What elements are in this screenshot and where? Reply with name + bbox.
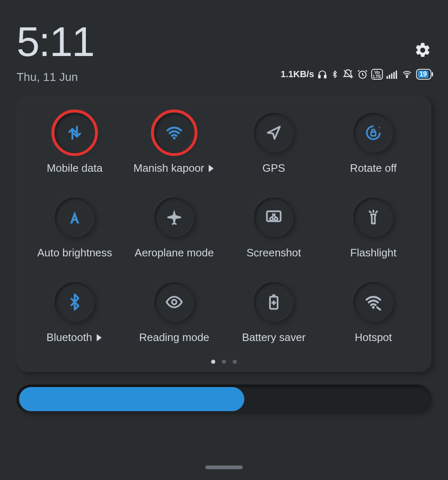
network-speed: 1.1KB/s xyxy=(281,69,314,80)
svg-rect-3 xyxy=(387,76,388,79)
qs-tile-auto-brightness[interactable]: Auto brightness xyxy=(25,197,124,259)
battery-plus-icon xyxy=(265,293,283,311)
chevron-icon xyxy=(209,165,214,172)
qs-tile-button-flashlight[interactable] xyxy=(353,197,393,237)
qs-tile-flashlight[interactable]: Flashlight xyxy=(324,197,423,259)
qs-tile-label-mobile-data: Mobile data xyxy=(47,162,102,175)
wifi-icon xyxy=(165,124,183,142)
qs-tile-reading-mode[interactable]: Reading mode xyxy=(124,282,224,344)
qs-tile-hotspot[interactable]: Hotspot xyxy=(324,282,423,344)
qs-tile-label-hotspot: Hotspot xyxy=(355,331,392,344)
svg-rect-0 xyxy=(319,75,320,78)
qs-tile-label-flashlight: Flashlight xyxy=(350,246,396,259)
qs-tile-label-battery-saver: Battery saver xyxy=(242,331,305,344)
page-dot[interactable] xyxy=(222,360,226,364)
svg-rect-6 xyxy=(394,72,395,79)
qs-tile-label-gps: GPS xyxy=(263,162,285,175)
qs-tile-label-screenshot: Screenshot xyxy=(246,246,301,259)
time-date-block: 5:11 Thu, 11 Jun xyxy=(17,21,94,84)
wifi-status-icon xyxy=(401,70,413,79)
battery-indicator: 19 xyxy=(416,69,431,80)
chevron-icon xyxy=(97,334,102,341)
svg-rect-7 xyxy=(396,71,397,79)
qs-header: 5:11 Thu, 11 Jun 1.1KB/s VoLTE 19 xyxy=(0,0,448,84)
bluetooth-icon xyxy=(66,293,84,311)
qs-tile-button-reading-mode[interactable] xyxy=(154,282,194,322)
qs-tile-gps[interactable]: GPS xyxy=(224,113,324,175)
qs-tile-label-wifi: Manish kapoor xyxy=(134,162,215,175)
qs-tile-button-bluetooth[interactable] xyxy=(55,282,95,322)
qs-tile-button-battery-saver[interactable] xyxy=(254,282,294,322)
settings-button[interactable] xyxy=(414,41,431,61)
page-dot[interactable] xyxy=(211,360,215,364)
svg-rect-5 xyxy=(391,73,392,79)
brightness-slider[interactable] xyxy=(17,385,431,414)
nav-handle[interactable] xyxy=(205,465,243,469)
qs-tile-button-gps[interactable] xyxy=(254,113,294,153)
screenshot-icon xyxy=(265,208,283,227)
airplane-icon xyxy=(165,208,183,227)
eye-icon xyxy=(165,293,183,311)
page-indicator[interactable] xyxy=(25,360,423,364)
hotspot-icon xyxy=(364,293,382,311)
status-bar: 1.1KB/s VoLTE 19 xyxy=(281,69,431,80)
qs-tile-button-mobile-data[interactable] xyxy=(55,113,95,153)
qs-tile-button-aeroplane[interactable] xyxy=(154,197,194,237)
qs-tile-battery-saver[interactable]: Battery saver xyxy=(224,282,324,344)
gear-icon xyxy=(414,41,431,59)
auto-brightness-icon xyxy=(66,208,84,227)
clock-date: Thu, 11 Jun xyxy=(17,71,94,84)
qs-tile-wifi[interactable]: Manish kapoor xyxy=(124,113,224,175)
qs-tile-label-reading-mode: Reading mode xyxy=(139,331,209,344)
alarm-icon xyxy=(357,69,368,80)
qs-tile-bluetooth[interactable]: Bluetooth xyxy=(25,282,124,344)
headphones-icon xyxy=(317,69,327,79)
signal-icon xyxy=(386,70,398,79)
qs-tile-aeroplane[interactable]: Aeroplane mode xyxy=(124,197,224,259)
svg-rect-4 xyxy=(389,75,390,79)
qs-tile-button-rotate-off[interactable] xyxy=(353,113,393,153)
qs-tile-screenshot[interactable]: Screenshot xyxy=(224,197,324,259)
bluetooth-status-icon xyxy=(331,69,339,80)
qs-tile-label-aeroplane: Aeroplane mode xyxy=(135,246,214,259)
qs-tile-button-auto-brightness[interactable] xyxy=(55,197,95,237)
mobile-data-icon xyxy=(66,124,84,142)
volte-badge: VoLTE xyxy=(371,69,383,80)
dnd-icon xyxy=(342,69,354,80)
clock-time: 5:11 xyxy=(17,21,94,62)
rotate-lock-icon xyxy=(364,124,382,142)
brightness-fill xyxy=(19,387,244,411)
qs-tile-label-bluetooth: Bluetooth xyxy=(46,331,103,344)
qs-tile-button-wifi[interactable] xyxy=(154,113,194,153)
qs-tile-label-rotate-off: Rotate off xyxy=(350,162,397,175)
qs-tile-label-auto-brightness: Auto brightness xyxy=(37,246,112,259)
svg-point-8 xyxy=(407,76,408,78)
svg-rect-1 xyxy=(324,75,326,78)
battery-percent: 19 xyxy=(418,71,429,78)
page-dot[interactable] xyxy=(233,360,237,364)
flashlight-icon xyxy=(364,208,382,227)
qs-tile-button-screenshot[interactable] xyxy=(254,197,294,237)
qs-tile-button-hotspot[interactable] xyxy=(353,282,393,322)
qs-tile-mobile-data[interactable]: Mobile data xyxy=(25,113,124,175)
qs-tile-rotate-off[interactable]: Rotate off xyxy=(324,113,423,175)
quick-settings-panel: Mobile dataManish kapoorGPSRotate offAut… xyxy=(17,96,431,372)
gps-icon xyxy=(265,124,283,142)
